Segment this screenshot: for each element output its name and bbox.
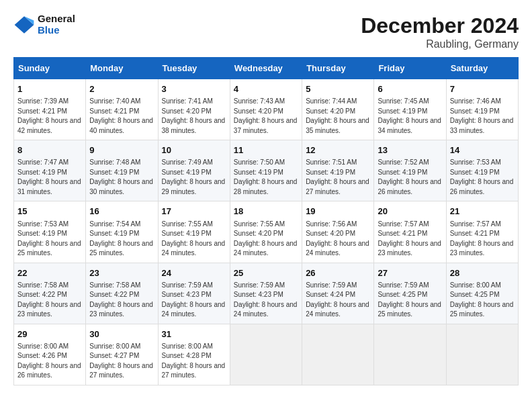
day-info: Sunrise: 7:55 AMSunset: 4:20 PMDaylight:… [234, 220, 298, 259]
calendar-week-1: 1Sunrise: 7:39 AMSunset: 4:21 PMDaylight… [14, 79, 519, 140]
day-number: 7 [450, 83, 515, 95]
day-number: 11 [234, 144, 298, 156]
weekday-monday: Monday [86, 58, 158, 79]
calendar-cell [374, 324, 446, 385]
calendar-week-3: 15Sunrise: 7:53 AMSunset: 4:19 PMDayligh… [14, 201, 519, 263]
day-info: Sunrise: 7:53 AMSunset: 4:19 PMDaylight:… [450, 158, 515, 197]
calendar-cell: 12Sunrise: 7:51 AMSunset: 4:19 PMDayligh… [302, 140, 374, 201]
day-number: 26 [306, 267, 370, 279]
day-number: 4 [234, 83, 298, 95]
day-info: Sunrise: 7:54 AMSunset: 4:19 PMDaylight:… [89, 220, 154, 259]
calendar-week-4: 22Sunrise: 7:58 AMSunset: 4:22 PMDayligh… [14, 263, 519, 324]
calendar-cell: 11Sunrise: 7:50 AMSunset: 4:19 PMDayligh… [230, 140, 302, 201]
day-number: 29 [17, 328, 82, 340]
svg-marker-0 [15, 16, 34, 34]
weekday-tuesday: Tuesday [158, 58, 230, 79]
day-number: 12 [306, 144, 370, 156]
day-info: Sunrise: 8:00 AMSunset: 4:28 PMDaylight:… [162, 342, 226, 381]
calendar-cell: 22Sunrise: 7:58 AMSunset: 4:22 PMDayligh… [14, 263, 86, 324]
calendar-cell [302, 324, 374, 385]
day-info: Sunrise: 7:46 AMSunset: 4:19 PMDaylight:… [450, 97, 515, 136]
day-number: 15 [17, 205, 82, 218]
calendar-cell: 18Sunrise: 7:55 AMSunset: 4:20 PMDayligh… [230, 201, 302, 263]
day-number: 27 [378, 267, 442, 279]
day-number: 13 [378, 144, 442, 156]
day-number: 24 [162, 267, 226, 279]
calendar-cell: 1Sunrise: 7:39 AMSunset: 4:21 PMDaylight… [14, 79, 86, 140]
calendar-cell: 4Sunrise: 7:43 AMSunset: 4:20 PMDaylight… [230, 79, 302, 140]
day-number: 21 [450, 205, 515, 218]
day-info: Sunrise: 7:53 AMSunset: 4:19 PMDaylight:… [17, 220, 82, 259]
calendar-table: SundayMondayTuesdayWednesdayThursdayFrid… [13, 57, 519, 385]
day-number: 14 [450, 144, 515, 156]
calendar-cell: 21Sunrise: 7:57 AMSunset: 4:21 PMDayligh… [446, 201, 518, 263]
day-info: Sunrise: 7:58 AMSunset: 4:22 PMDaylight:… [89, 281, 154, 320]
day-info: Sunrise: 7:57 AMSunset: 4:21 PMDaylight:… [450, 220, 515, 259]
calendar-cell: 31Sunrise: 8:00 AMSunset: 4:28 PMDayligh… [158, 324, 230, 385]
day-info: Sunrise: 7:49 AMSunset: 4:19 PMDaylight:… [162, 158, 226, 197]
calendar-cell: 14Sunrise: 7:53 AMSunset: 4:19 PMDayligh… [446, 140, 518, 201]
day-info: Sunrise: 7:55 AMSunset: 4:19 PMDaylight:… [162, 220, 226, 259]
day-number: 30 [89, 328, 154, 340]
calendar-week-2: 8Sunrise: 7:47 AMSunset: 4:19 PMDaylight… [14, 140, 519, 201]
day-info: Sunrise: 8:00 AMSunset: 4:26 PMDaylight:… [17, 342, 82, 381]
calendar-cell: 13Sunrise: 7:52 AMSunset: 4:19 PMDayligh… [374, 140, 446, 201]
logo-icon [13, 14, 35, 36]
day-number: 3 [162, 83, 226, 95]
day-number: 23 [89, 267, 154, 279]
day-info: Sunrise: 7:39 AMSunset: 4:21 PMDaylight:… [17, 97, 82, 136]
calendar-cell: 26Sunrise: 7:59 AMSunset: 4:24 PMDayligh… [302, 263, 374, 324]
calendar-cell: 24Sunrise: 7:59 AMSunset: 4:23 PMDayligh… [158, 263, 230, 324]
calendar-cell: 27Sunrise: 7:59 AMSunset: 4:25 PMDayligh… [374, 263, 446, 324]
day-info: Sunrise: 7:56 AMSunset: 4:20 PMDaylight:… [306, 220, 370, 259]
calendar-cell: 6Sunrise: 7:45 AMSunset: 4:19 PMDaylight… [374, 79, 446, 140]
calendar-cell: 15Sunrise: 7:53 AMSunset: 4:19 PMDayligh… [14, 201, 86, 263]
calendar-cell: 29Sunrise: 8:00 AMSunset: 4:26 PMDayligh… [14, 324, 86, 385]
day-info: Sunrise: 7:51 AMSunset: 4:19 PMDaylight:… [306, 158, 370, 197]
day-info: Sunrise: 7:43 AMSunset: 4:20 PMDaylight:… [234, 97, 298, 136]
calendar-cell: 5Sunrise: 7:44 AMSunset: 4:20 PMDaylight… [302, 79, 374, 140]
logo: General Blue [13, 13, 75, 36]
day-number: 10 [162, 144, 226, 156]
day-info: Sunrise: 7:58 AMSunset: 4:22 PMDaylight:… [17, 281, 82, 320]
calendar-cell: 7Sunrise: 7:46 AMSunset: 4:19 PMDaylight… [446, 79, 518, 140]
day-number: 2 [89, 83, 154, 95]
day-number: 1 [17, 83, 82, 95]
day-info: Sunrise: 8:00 AMSunset: 4:27 PMDaylight:… [89, 342, 154, 381]
day-info: Sunrise: 7:45 AMSunset: 4:19 PMDaylight:… [378, 97, 442, 136]
day-number: 22 [17, 267, 82, 279]
calendar-cell: 2Sunrise: 7:40 AMSunset: 4:21 PMDaylight… [86, 79, 158, 140]
day-number: 31 [162, 328, 226, 340]
day-number: 8 [17, 144, 82, 156]
day-number: 16 [89, 205, 154, 218]
page-subtitle: Raubling, Germany [361, 38, 519, 50]
day-info: Sunrise: 7:59 AMSunset: 4:25 PMDaylight:… [378, 281, 442, 320]
weekday-header-row: SundayMondayTuesdayWednesdayThursdayFrid… [14, 58, 519, 79]
calendar-cell: 10Sunrise: 7:49 AMSunset: 4:19 PMDayligh… [158, 140, 230, 201]
calendar-cell: 16Sunrise: 7:54 AMSunset: 4:19 PMDayligh… [86, 201, 158, 263]
day-number: 25 [234, 267, 298, 279]
logo-line1: General [38, 13, 75, 25]
title-block: December 2024 Raubling, Germany [361, 13, 519, 50]
day-info: Sunrise: 7:59 AMSunset: 4:24 PMDaylight:… [306, 281, 370, 320]
weekday-sunday: Sunday [14, 58, 86, 79]
calendar-cell [230, 324, 302, 385]
calendar-cell [446, 324, 518, 385]
day-info: Sunrise: 7:50 AMSunset: 4:19 PMDaylight:… [234, 158, 298, 197]
day-number: 9 [89, 144, 154, 156]
day-number: 18 [234, 205, 298, 218]
day-number: 17 [162, 205, 226, 218]
day-info: Sunrise: 7:57 AMSunset: 4:21 PMDaylight:… [378, 220, 442, 259]
weekday-friday: Friday [374, 58, 446, 79]
day-number: 5 [306, 83, 370, 95]
calendar-cell: 28Sunrise: 8:00 AMSunset: 4:25 PMDayligh… [446, 263, 518, 324]
calendar-cell: 23Sunrise: 7:58 AMSunset: 4:22 PMDayligh… [86, 263, 158, 324]
day-info: Sunrise: 7:52 AMSunset: 4:19 PMDaylight:… [378, 158, 442, 197]
calendar-cell: 8Sunrise: 7:47 AMSunset: 4:19 PMDaylight… [14, 140, 86, 201]
page-title: December 2024 [361, 13, 519, 38]
calendar-cell: 9Sunrise: 7:48 AMSunset: 4:19 PMDaylight… [86, 140, 158, 201]
logo-text: General Blue [38, 13, 75, 36]
day-number: 19 [306, 205, 370, 218]
day-info: Sunrise: 8:00 AMSunset: 4:25 PMDaylight:… [450, 281, 515, 320]
calendar-cell: 25Sunrise: 7:59 AMSunset: 4:23 PMDayligh… [230, 263, 302, 324]
